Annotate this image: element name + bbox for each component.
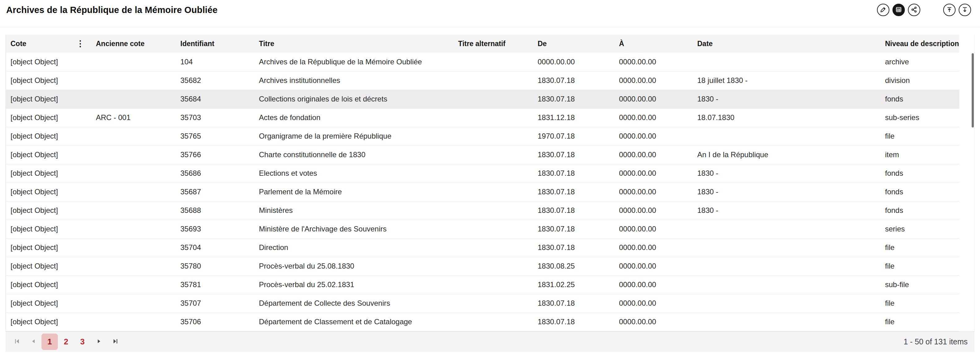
cell-date: 1830 -: [697, 90, 885, 108]
cell-a: 0000.00.00: [619, 53, 697, 71]
table-row[interactable]: [object Object]35704Direction1830.07.180…: [6, 238, 959, 257]
share-icon: [911, 6, 918, 14]
first-page-button[interactable]: [9, 334, 25, 350]
share-button[interactable]: [908, 4, 920, 16]
title-bar: Archives de la République de la Mémoire …: [0, 0, 980, 20]
table-header-row: Cote⋮Ancienne coteIdentifiantTitreTitre …: [6, 35, 959, 53]
last-page-button[interactable]: [107, 334, 123, 350]
cell-date: 18 juillet 1830 -: [697, 71, 885, 90]
cell-cote: [object Object]: [6, 53, 96, 71]
cell-cote: [object Object]: [6, 183, 96, 201]
edit-button[interactable]: [877, 4, 889, 16]
items-summary: 1 - 50 of 131 items: [904, 337, 967, 346]
cell-identifiant: 35686: [180, 164, 259, 183]
last-page-icon: [112, 338, 119, 345]
column-label: Cote: [11, 40, 26, 48]
cell-a: 0000.00.00: [619, 145, 697, 164]
cell-titre: Charte constitutionnelle de 1830: [259, 145, 458, 164]
table-row[interactable]: [object Object]35686Elections et votes18…: [6, 164, 959, 183]
cell-de: 1831.12.18: [538, 108, 619, 127]
table-row[interactable]: [object Object]35781Procès-verbal du 25.…: [6, 275, 959, 294]
cell-a: 0000.00.00: [619, 220, 697, 238]
cell-date: [697, 127, 885, 145]
cell-ancienne_cote: [96, 127, 180, 145]
cell-date: [697, 257, 885, 275]
cell-niveau_de_description: fonds: [885, 164, 959, 183]
page-1-button[interactable]: 1: [41, 334, 58, 350]
cell-de: 1970.07.18: [538, 127, 619, 145]
page-3-button[interactable]: 3: [74, 334, 91, 350]
column-header-ancienne_cote: Ancienne cote: [96, 35, 180, 53]
column-label: Niveau de description: [885, 40, 959, 48]
column-overflow-menu-icon[interactable]: ⋮: [76, 40, 84, 48]
column-header-niveau_de_description: Niveau de description: [885, 35, 959, 53]
cell-titre: Direction: [259, 238, 458, 257]
table-row[interactable]: [object Object]ARC - 00135703Actes de fo…: [6, 108, 959, 127]
previous-page-button[interactable]: [25, 334, 41, 350]
table-row[interactable]: [object Object]35707Département de Colle…: [6, 294, 959, 312]
cell-titre: Procès-verbal du 25.02.1831: [259, 275, 458, 294]
download-icon: [961, 6, 968, 14]
cell-ancienne_cote: [96, 275, 180, 294]
cell-identifiant: 35781: [180, 275, 259, 294]
cell-de: 1830.07.18: [538, 71, 619, 90]
cell-de: 1831.02.25: [538, 275, 619, 294]
cell-cote: [object Object]: [6, 312, 96, 331]
cell-titre_alternatif: [458, 238, 538, 257]
first-page-icon: [14, 338, 21, 345]
cell-identifiant: 35703: [180, 108, 259, 127]
cell-identifiant: 35706: [180, 312, 259, 331]
download-button[interactable]: [959, 4, 971, 16]
page-2-button[interactable]: 2: [58, 334, 74, 350]
cell-a: 0000.00.00: [619, 108, 697, 127]
column-header-de: De: [538, 35, 619, 53]
next-page-icon: [95, 338, 102, 345]
table-row[interactable]: [object Object]35688Ministères1830.07.18…: [6, 201, 959, 220]
cell-cote: [object Object]: [6, 275, 96, 294]
cell-niveau_de_description: fonds: [885, 201, 959, 220]
table-row[interactable]: [object Object]35765Organigrame de la pr…: [6, 127, 959, 145]
cell-titre_alternatif: [458, 145, 538, 164]
cell-ancienne_cote: [96, 312, 180, 331]
cell-identifiant: 35682: [180, 71, 259, 90]
cell-titre: Ministère de l'Archivage des Souvenirs: [259, 220, 458, 238]
cell-date: [697, 294, 885, 312]
cell-identifiant: 35765: [180, 127, 259, 145]
cell-cote: [object Object]: [6, 201, 96, 220]
cell-date: An I de la République: [697, 145, 885, 164]
table-row[interactable]: [object Object]104Archives de la Républi…: [6, 53, 959, 71]
upload-button[interactable]: [943, 4, 956, 16]
cell-niveau_de_description: fonds: [885, 183, 959, 201]
table-row[interactable]: [object Object]35766Charte constitutionn…: [6, 145, 959, 164]
cell-titre_alternatif: [458, 53, 538, 71]
cell-niveau_de_description: fonds: [885, 90, 959, 108]
next-page-button[interactable]: [91, 334, 107, 350]
table-row[interactable]: [object Object]35706Département de Class…: [6, 312, 959, 331]
pencil-icon: [880, 6, 886, 14]
cell-a: 0000.00.00: [619, 275, 697, 294]
table-row[interactable]: [object Object]35687Parlement de la Mémo…: [6, 183, 959, 201]
column-header-titre_alternatif: Titre alternatif: [458, 35, 538, 53]
cell-ancienne_cote: [96, 90, 180, 108]
cell-titre: Département de Collecte des Souvenirs: [259, 294, 458, 312]
cell-de: 1830.07.18: [538, 238, 619, 257]
table-row[interactable]: [object Object]35682Archives institution…: [6, 71, 959, 90]
table-row[interactable]: [object Object]35684Collections original…: [6, 90, 959, 108]
title-divider: [0, 27, 980, 27]
cell-identifiant: 35780: [180, 257, 259, 275]
cell-niveau_de_description: file: [885, 257, 959, 275]
cell-a: 0000.00.00: [619, 183, 697, 201]
table-view-button[interactable]: [892, 4, 905, 16]
cell-ancienne_cote: [96, 145, 180, 164]
table-row[interactable]: [object Object]35693Ministère de l'Archi…: [6, 220, 959, 238]
cell-de: 0000.00.00: [538, 53, 619, 71]
cell-a: 0000.00.00: [619, 257, 697, 275]
column-header-titre: Titre: [259, 35, 458, 53]
cell-de: 1830.07.18: [538, 201, 619, 220]
cell-identifiant: 35766: [180, 145, 259, 164]
vertical-scrollbar-thumb[interactable]: [972, 53, 974, 127]
cell-titre: Procès-verbal du 25.08.1830: [259, 257, 458, 275]
cell-de: 1830.07.18: [538, 220, 619, 238]
cell-date: [697, 238, 885, 257]
table-row[interactable]: [object Object]35780Procès-verbal du 25.…: [6, 257, 959, 275]
